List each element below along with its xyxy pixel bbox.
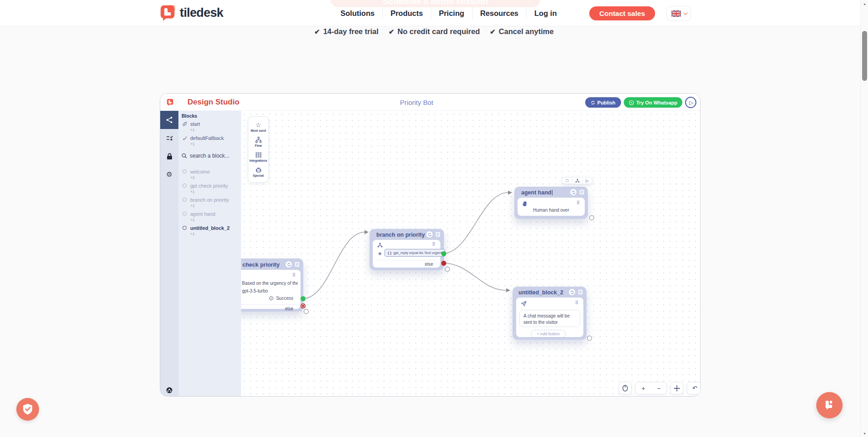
language-selector[interactable]	[666, 6, 691, 21]
palette-flow[interactable]: Flow	[248, 134, 268, 149]
node-agent-hand[interactable]: agent hand ⠿ Human hand over	[514, 187, 588, 219]
publish-button[interactable]: Publish	[585, 97, 621, 108]
node-untitled-block-2[interactable]: untitled_block_2 ⠿ A c	[513, 287, 587, 340]
brand-logo[interactable]: tiledesk	[160, 5, 223, 21]
block-search[interactable]	[182, 153, 237, 162]
pointer-mode-button[interactable]	[619, 382, 631, 394]
rail-item-settings[interactable]: ⚙	[160, 165, 178, 184]
chip-text: gpt_reply equal As Text urgent	[393, 251, 442, 255]
page: Schedule a demo session tiledesk Solutio…	[0, 0, 868, 437]
palette-most-used[interactable]: ☆ Most used	[248, 119, 268, 134]
block-list-item-defaultfallback[interactable]: defaultFallback +1	[182, 135, 241, 146]
note-icon[interactable]	[579, 189, 584, 195]
center-view-button[interactable]	[671, 382, 683, 394]
block-list-item-branch-on-priority[interactable]: branch on priority +1	[182, 197, 241, 208]
block-icon	[182, 169, 187, 174]
node-body: ⠿ Based on the urgency of the us... gpt-…	[241, 270, 301, 309]
schedule-demo-button[interactable]: Schedule a demo session	[330, 0, 540, 7]
palette-special[interactable]: Special	[248, 164, 268, 179]
message-preview[interactable]: A chat message will be sent to the visit…	[519, 310, 580, 327]
drag-handle-icon[interactable]: ⠿	[292, 273, 296, 278]
design-studio-panel: Design Studio Priority Bot Publish	[160, 93, 700, 397]
page-scrollbar[interactable]: ▲ ▼	[860, 0, 868, 437]
rail-bottom	[160, 387, 178, 393]
node-description: Based on the urgency of the us...	[242, 281, 298, 286]
zoom-out-button[interactable]: −	[651, 385, 666, 392]
trial-item: ✔ No credit card required	[389, 27, 480, 36]
drag-handle-icon[interactable]: ⠿	[577, 200, 580, 205]
sync-icon[interactable]	[570, 189, 577, 195]
delete-icon[interactable]: □	[562, 179, 572, 183]
sync-icon[interactable]	[286, 261, 292, 268]
block-connection-count: +1	[190, 128, 200, 132]
block-label: branch on priority	[190, 197, 229, 203]
paper-plane-icon	[521, 301, 527, 307]
zoom-in-button[interactable]: +	[636, 385, 651, 392]
palette-integrations[interactable]: Integrations	[248, 149, 268, 164]
block-list-item-untitled-block-2[interactable]: untitled_block_2 +1	[182, 225, 241, 236]
block-list-item-start[interactable]: start +1	[182, 121, 241, 132]
output-port-else[interactable]	[301, 303, 306, 308]
node-title: untitled_block_2	[518, 289, 563, 296]
sync-icon[interactable]	[426, 231, 433, 238]
block-list-item-gpt-check-priority[interactable]: gpt check priority +1	[182, 183, 241, 194]
connect-icon[interactable]	[572, 179, 582, 183]
note-icon[interactable]	[578, 289, 583, 295]
rail-item-rules[interactable]	[160, 129, 178, 147]
chat-widget-launcher[interactable]	[816, 392, 843, 418]
community-ball-icon[interactable]	[166, 387, 173, 393]
drag-handle-icon[interactable]: ⠿	[432, 242, 436, 247]
output-port-condition[interactable]	[441, 251, 446, 256]
node-action-toolbar: □ ▷	[562, 177, 592, 184]
chevron-down-icon	[683, 10, 687, 15]
node-branch-on-priority[interactable]: branch on priority ⠿ ◈	[370, 229, 444, 270]
note-icon[interactable]	[295, 262, 300, 267]
zoom-controls: + −	[635, 382, 667, 394]
try-whatsapp-button[interactable]: Try On Whatsapp	[624, 97, 682, 108]
contact-sales-button[interactable]: Contact sales	[589, 6, 655, 20]
privacy-consent-badge[interactable]	[16, 398, 39, 421]
sync-icon[interactable]	[569, 289, 575, 295]
flow-canvas[interactable]: ☆ Most used Flow	[241, 111, 700, 397]
node-title: check priority	[242, 262, 280, 268]
move-crosshair-icon	[674, 385, 680, 392]
trial-text: No credit card required	[397, 27, 480, 36]
drag-handle-icon[interactable]: ⠿	[575, 300, 579, 305]
undo-button[interactable]: ↶	[692, 385, 697, 391]
node-body: ⠿ ◈ { } gpt_reply equal As Text urgent e…	[373, 240, 440, 268]
connection-handle[interactable]	[445, 267, 450, 272]
fallback-arrow-icon	[182, 136, 187, 140]
block-list-item-welcome[interactable]: welcome +2	[182, 169, 241, 180]
scroll-down-arrow[interactable]: ▼	[861, 430, 868, 437]
studio-logo-cell	[160, 94, 180, 111]
palette-label: Integrations	[250, 159, 267, 162]
rail-item-security[interactable]	[160, 147, 178, 165]
nav-link-login[interactable]: Log in	[527, 9, 564, 18]
block-search-input[interactable]	[190, 153, 235, 159]
rail-item-flows[interactable]	[160, 111, 178, 129]
note-icon[interactable]	[435, 232, 440, 237]
output-port-success[interactable]	[301, 296, 306, 301]
add-button[interactable]: + Add button	[531, 330, 566, 338]
row-divider	[376, 260, 437, 260]
nav-link-resources[interactable]: Resources	[473, 9, 526, 18]
block-palette: ☆ Most used Flow	[248, 116, 269, 183]
block-label: start	[190, 121, 200, 127]
nav-link-products[interactable]: Products	[383, 9, 431, 18]
condition-chip[interactable]: { } gpt_reply equal As Text urgent	[385, 249, 445, 257]
tiledesk-logo-icon	[160, 5, 176, 21]
connection-handle[interactable]	[304, 309, 309, 314]
scroll-up-arrow[interactable]: ▲	[861, 0, 868, 7]
play-icon[interactable]: ▷	[582, 179, 592, 183]
tiledesk-mini-logo-icon[interactable]	[164, 96, 177, 109]
block-list-item-agent-hand[interactable]: agent hand +1	[182, 211, 241, 222]
connection-handle[interactable]	[587, 336, 592, 341]
node-check-priority[interactable]: check priority ⠿ Based on the urgency of…	[241, 258, 303, 312]
nav-link-pricing[interactable]: Pricing	[431, 9, 472, 18]
node-title: agent hand	[521, 189, 552, 196]
preview-play-button[interactable]: ▷	[685, 97, 696, 108]
nav-link-solutions[interactable]: Solutions	[333, 9, 382, 18]
scrollbar-thumb[interactable]	[862, 31, 867, 81]
connection-handle[interactable]	[589, 215, 594, 220]
output-port-else[interactable]	[441, 261, 446, 266]
